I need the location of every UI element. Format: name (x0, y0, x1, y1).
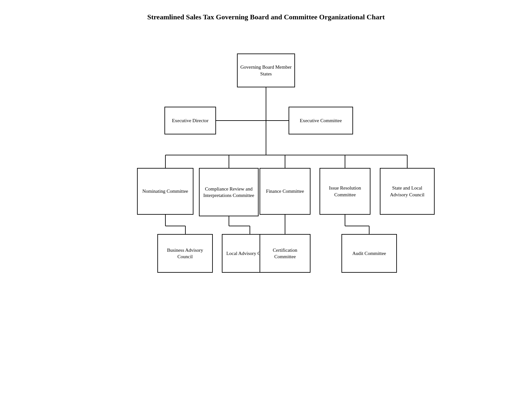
nominating-committee-box: Nominating Committee (137, 168, 193, 215)
org-chart: Governing Board Member States Executive … (89, 34, 443, 286)
audit-committee-box: Audit Committee (341, 234, 397, 273)
finance-committee-box: Finance Committee (260, 168, 310, 215)
audit-committee-label: Audit Committee (352, 250, 386, 257)
page-container: Streamlined Sales Tax Governing Board an… (89, 13, 443, 286)
executive-committee-label: Executive Committee (300, 117, 342, 124)
governing-board-box: Governing Board Member States (237, 54, 295, 87)
governing-board-label: Governing Board Member States (240, 64, 292, 77)
compliance-review-box: Compliance Review and Interpretations Co… (199, 168, 259, 216)
business-advisory-label: Business Advisory Council (161, 247, 210, 260)
nominating-committee-label: Nominating Committee (142, 188, 188, 194)
executive-director-label: Executive Director (172, 117, 209, 124)
finance-committee-label: Finance Committee (266, 188, 304, 194)
executive-committee-box: Executive Committee (289, 107, 353, 134)
state-local-advisory-box: State and Local Advisory Council (380, 168, 435, 215)
executive-director-box: Executive Director (164, 107, 216, 134)
business-advisory-box: Business Advisory Council (157, 234, 213, 273)
compliance-review-label: Compliance Review and Interpretations Co… (202, 186, 255, 199)
certification-committee-box: Certification Committee (260, 234, 310, 273)
state-local-advisory-label: State and Local Advisory Council (383, 185, 431, 198)
issue-resolution-box: Issue Resolution Committee (320, 168, 370, 215)
chart-title: Streamlined Sales Tax Governing Board an… (89, 13, 443, 21)
issue-resolution-label: Issue Resolution Committee (323, 185, 367, 198)
certification-committee-label: Certification Committee (263, 247, 307, 260)
